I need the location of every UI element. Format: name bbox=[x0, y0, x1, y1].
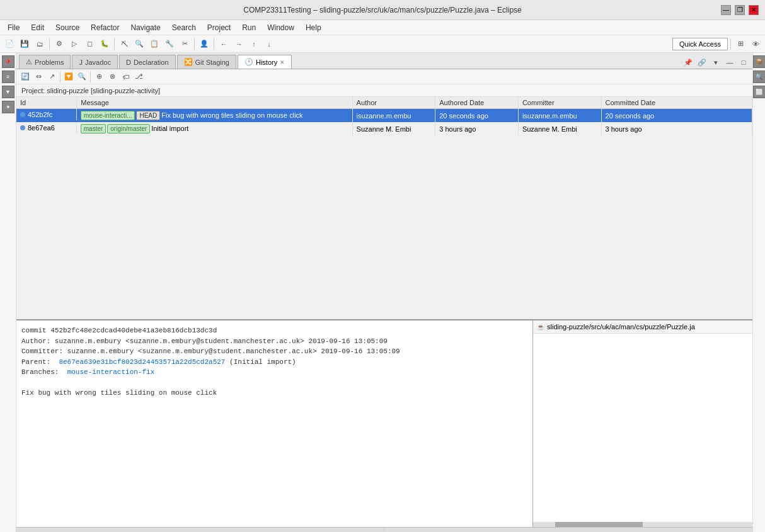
tab-minimize-btn[interactable]: — bbox=[723, 56, 736, 69]
toolbar-btn-6[interactable]: ◻ bbox=[83, 37, 96, 51]
toolbar-btn-perspective2[interactable]: 👁 bbox=[749, 37, 762, 51]
toolbar-btn-2[interactable]: 💾 bbox=[18, 37, 32, 51]
table-row[interactable]: 452b2fcmouse-interacti...HEADFix bug wit… bbox=[16, 109, 752, 123]
menu-edit[interactable]: Edit bbox=[26, 22, 49, 33]
new-button[interactable]: 📄 bbox=[3, 37, 16, 51]
file-scrollbar-thumb[interactable] bbox=[555, 522, 643, 527]
sidebar-icon-2[interactable]: ≡ bbox=[2, 71, 14, 83]
file-name: sliding-puzzle/src/uk/ac/man/cs/puzzle/P… bbox=[547, 323, 695, 331]
file-icon: ☕ bbox=[537, 324, 544, 331]
quick-access-button[interactable]: Quick Access bbox=[672, 38, 728, 50]
toolbar-btn-12[interactable]: ✂ bbox=[178, 37, 192, 51]
history-open-btn[interactable]: ↗ bbox=[45, 71, 58, 83]
graph-dot-1 bbox=[20, 125, 25, 130]
sidebar-icon-3[interactable]: ▼ bbox=[2, 86, 14, 98]
right-sidebar-icon-1[interactable]: 📦 bbox=[753, 55, 766, 68]
history-compare-btn[interactable]: ⇔ bbox=[32, 71, 45, 83]
toolbar-btn-7[interactable]: 🐛 bbox=[98, 37, 112, 51]
menu-file[interactable]: File bbox=[3, 22, 25, 33]
branches-label: Branches: bbox=[21, 368, 59, 376]
history-filter-btn[interactable]: 🔽 bbox=[62, 71, 75, 83]
parent-suffix: (Initial import) bbox=[229, 358, 296, 366]
toolbar-btn-5[interactable]: ▷ bbox=[67, 37, 81, 51]
minimize-button[interactable]: — bbox=[721, 5, 731, 15]
branch-link[interactable]: mouse-interaction-fix bbox=[67, 368, 155, 376]
sidebar-icon-1[interactable]: 📌 bbox=[2, 55, 14, 68]
project-label-text: Project: sliding-puzzle [sliding-puzzle-… bbox=[21, 87, 160, 94]
branch-tag: origin/master bbox=[107, 124, 150, 133]
history-branch-btn[interactable]: ⎇ bbox=[132, 71, 145, 83]
right-sidebar-icon-2[interactable]: 🔍 bbox=[753, 71, 766, 83]
toolbar-btn-nav2[interactable]: → bbox=[232, 37, 246, 51]
parent-hash-link[interactable]: 8e67ea639e31bcf8023d24453571a22d5cd2a527 bbox=[59, 358, 225, 366]
col-id: Id bbox=[16, 97, 77, 109]
tab-maximize-btn[interactable]: □ bbox=[737, 56, 750, 69]
toolbar-btn-8[interactable]: ⛏ bbox=[117, 37, 131, 51]
content-area: ⚠ Problems J Javadoc D Declaration 🔀 Git… bbox=[16, 53, 752, 532]
menu-refactor[interactable]: Refactor bbox=[86, 22, 124, 33]
toolbar-btn-10[interactable]: 📋 bbox=[147, 37, 161, 51]
col-message: Message bbox=[77, 97, 352, 109]
hsep2 bbox=[90, 71, 91, 82]
sep5 bbox=[730, 38, 731, 50]
table-row[interactable]: 8e67ea6masterorigin/masterInitial import… bbox=[16, 122, 752, 135]
history-table-container[interactable]: Id Message Author Authored Date Committe… bbox=[16, 97, 752, 319]
toolbar-btn-nav1[interactable]: ← bbox=[217, 37, 231, 51]
tab-history-close[interactable]: ✕ bbox=[280, 59, 285, 65]
tab-problems[interactable]: ⚠ Problems bbox=[19, 55, 71, 69]
toolbar-btn-nav3[interactable]: ↑ bbox=[247, 37, 261, 51]
file-panel-header: ☕ sliding-puzzle/src/uk/ac/man/cs/puzzle… bbox=[533, 320, 752, 334]
graph-dot-0 bbox=[20, 112, 25, 117]
title-bar: COMP23311Testing – sliding-puzzle/src/uk… bbox=[0, 0, 765, 20]
commit-author-line: Author: suzanne.m.embury <suzanne.m.embu… bbox=[21, 336, 527, 347]
file-scrollbar[interactable] bbox=[533, 522, 752, 527]
menu-project[interactable]: Project bbox=[202, 22, 236, 33]
toolbar-btn-4[interactable]: ⚙ bbox=[52, 37, 66, 51]
right-sidebar: 📦 🔍 ⬜ bbox=[752, 53, 765, 532]
history-table: Id Message Author Authored Date Committe… bbox=[16, 97, 752, 135]
menu-help[interactable]: Help bbox=[301, 22, 326, 33]
history-tag-btn[interactable]: 🏷 bbox=[119, 71, 132, 83]
sep2 bbox=[114, 38, 115, 50]
tab-declaration[interactable]: D Declaration bbox=[119, 55, 176, 69]
tab-sync-btn[interactable]: 🔗 bbox=[696, 56, 708, 69]
tab-history[interactable]: 🕐 History ✕ bbox=[238, 55, 292, 69]
toolbar-btn-perspective1[interactable]: ⊞ bbox=[733, 37, 747, 51]
tab-javadoc[interactable]: J Javadoc bbox=[72, 55, 117, 69]
history-collapse-btn[interactable]: ⊕ bbox=[93, 71, 105, 83]
commit-message-text-0: Fix bug with wrong tiles sliding on mous… bbox=[161, 111, 302, 119]
history-search-btn[interactable]: 🔍 bbox=[76, 71, 88, 83]
right-sidebar-icon-3[interactable]: ⬜ bbox=[753, 86, 766, 98]
menu-window[interactable]: Window bbox=[262, 22, 299, 33]
toolbar-btn-11[interactable]: 🔧 bbox=[163, 37, 176, 51]
menu-navigate[interactable]: Navigate bbox=[125, 22, 165, 33]
title-buttons: — ❐ ✕ bbox=[721, 5, 759, 15]
tab-view-menu-btn[interactable]: ▾ bbox=[710, 56, 722, 69]
tab-javadoc-label: Javadoc bbox=[85, 59, 111, 66]
history-toolbar: 🔄 ⇔ ↗ 🔽 🔍 ⊕ ⊗ 🏷 ⎇ bbox=[16, 69, 752, 84]
menu-run[interactable]: Run bbox=[237, 22, 261, 33]
commit-message-text-1: Initial import bbox=[151, 125, 188, 132]
commit-author-1: Suzanne M. Embi bbox=[352, 122, 435, 135]
tab-declaration-label: Declaration bbox=[134, 59, 169, 66]
commit-id-1: 8e67ea6 bbox=[16, 122, 77, 133]
panel-resize-handle[interactable]: ⋮ bbox=[16, 527, 752, 532]
project-label: Project: sliding-puzzle [sliding-puzzle-… bbox=[16, 84, 752, 97]
tab-git-staging[interactable]: 🔀 Git Staging bbox=[177, 55, 236, 69]
history-refresh-btn[interactable]: 🔄 bbox=[19, 71, 32, 83]
history-expand-btn[interactable]: ⊗ bbox=[106, 71, 118, 83]
menu-search[interactable]: Search bbox=[167, 22, 201, 33]
sep3 bbox=[194, 38, 195, 50]
maximize-button[interactable]: ❐ bbox=[735, 5, 745, 15]
menu-source[interactable]: Source bbox=[50, 22, 84, 33]
commit-committer-0: isuzanne.m.embu bbox=[518, 109, 601, 123]
commit-message-1: masterorigin/masterInitial import bbox=[77, 122, 352, 135]
toolbar-btn-nav4[interactable]: ↓ bbox=[262, 37, 276, 51]
close-button[interactable]: ✕ bbox=[749, 5, 759, 15]
toolbar-btn-9[interactable]: 🔍 bbox=[132, 37, 146, 51]
tab-pin-btn[interactable]: 📌 bbox=[682, 56, 694, 69]
toolbar-btn-3[interactable]: 🗂 bbox=[33, 37, 47, 51]
commit-committer-1: Suzanne M. Embi bbox=[518, 122, 601, 135]
toolbar-btn-13[interactable]: 👤 bbox=[197, 37, 211, 51]
sidebar-icon-4[interactable]: ✦ bbox=[2, 101, 14, 113]
